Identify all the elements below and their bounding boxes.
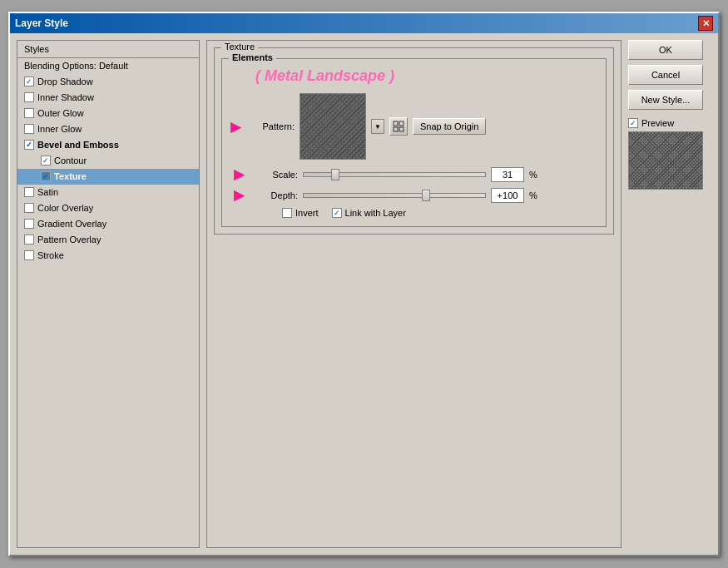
preview-label: Preview [641, 118, 674, 128]
bevel-emboss-label: Bevel and Emboss [37, 140, 119, 150]
texture-checkbox[interactable] [41, 171, 51, 181]
cancel-button[interactable]: Cancel [628, 65, 703, 85]
color-overlay-checkbox[interactable] [24, 203, 34, 213]
scale-value-input[interactable] [491, 167, 524, 182]
sidebar-item-satin[interactable]: Satin [17, 185, 199, 200]
scale-slider-track[interactable] [303, 172, 486, 177]
scale-row: ▶ Scale: % [230, 166, 597, 182]
sidebar-item-contour[interactable]: Contour [17, 153, 199, 169]
svg-rect-3 [399, 127, 404, 131]
scale-arrow-icon: ▶ [234, 166, 244, 182]
inner-glow-checkbox[interactable] [24, 124, 34, 134]
new-style-button[interactable]: New Style... [628, 90, 703, 110]
preview-checkbox[interactable] [628, 118, 638, 128]
texture-label: Texture [54, 171, 87, 181]
scale-percent: % [529, 170, 537, 180]
depth-label: Depth: [252, 190, 298, 200]
link-with-layer-option: Link with Layer [332, 208, 406, 218]
contour-checkbox[interactable] [41, 156, 51, 165]
sidebar-item-gradient-overlay[interactable]: Gradient Overlay [17, 216, 199, 232]
sidebar-item-blending-options[interactable]: Blending Options: Default [17, 58, 199, 74]
depth-slider-track[interactable] [303, 193, 486, 198]
right-panel: OK Cancel New Style... Preview [628, 40, 711, 548]
blending-label: Blending Options: Default [24, 61, 128, 71]
drop-shadow-checkbox[interactable] [24, 77, 34, 86]
inner-shadow-label: Inner Shadow [37, 92, 94, 102]
layer-style-dialog: Layer Style ✕ Styles Blending Options: D… [8, 12, 720, 556]
close-button[interactable]: ✕ [698, 16, 713, 31]
satin-checkbox[interactable] [24, 187, 34, 197]
preview-box [628, 131, 703, 190]
texture-group: Texture Elements ( Metal Landscape ) ▶ P… [214, 47, 614, 235]
pattern-create-button[interactable] [389, 117, 408, 136]
svg-rect-1 [399, 121, 404, 126]
preview-section: Preview [628, 118, 711, 190]
stroke-checkbox[interactable] [24, 250, 34, 260]
pattern-thumbnail[interactable] [300, 93, 366, 160]
sidebar-item-texture[interactable]: Texture [17, 169, 199, 185]
metal-texture-image [300, 94, 365, 159]
preview-label-row: Preview [628, 118, 711, 128]
depth-value-input[interactable] [491, 188, 524, 203]
invert-label: Invert [295, 208, 319, 218]
inner-glow-label: Inner Glow [37, 124, 82, 134]
depth-percent: % [529, 190, 537, 200]
contour-label: Contour [54, 156, 87, 165]
gradient-overlay-label: Gradient Overlay [37, 219, 106, 229]
sidebar-item-inner-glow[interactable]: Inner Glow [17, 121, 199, 137]
svg-rect-2 [394, 127, 398, 131]
preview-texture [629, 132, 702, 189]
snap-to-origin-button[interactable]: Snap to Origin [413, 118, 486, 135]
sidebar-item-outer-glow[interactable]: Outer Glow [17, 106, 199, 121]
left-panel: Styles Blending Options: Default Drop Sh… [17, 40, 200, 548]
pattern-row: ▶ Pattern: ▼ [230, 93, 597, 160]
scale-slider-thumb[interactable] [331, 169, 339, 180]
sidebar-item-inner-shadow[interactable]: Inner Shadow [17, 90, 199, 106]
elements-group-title: Elements [229, 52, 276, 62]
pattern-label: Pattern: [249, 121, 295, 131]
pattern-overlay-label: Pattern Overlay [37, 235, 101, 244]
dialog-title: Layer Style [15, 17, 68, 29]
svg-rect-0 [394, 121, 398, 126]
scale-label: Scale: [252, 170, 298, 180]
pattern-name-row: ( Metal Landscape ) [230, 67, 597, 85]
outer-glow-label: Outer Glow [37, 108, 84, 118]
main-panel: Texture Elements ( Metal Landscape ) ▶ P… [206, 40, 622, 548]
depth-arrow-icon: ▶ [234, 187, 244, 203]
invert-option: Invert [282, 208, 319, 218]
satin-label: Satin [37, 187, 58, 197]
gradient-overlay-checkbox[interactable] [24, 219, 34, 229]
styles-header: Styles [17, 41, 199, 58]
pattern-overlay-checkbox[interactable] [24, 235, 34, 244]
texture-group-title: Texture [221, 42, 258, 52]
depth-slider-thumb[interactable] [422, 190, 430, 201]
pattern-dropdown-button[interactable]: ▼ [371, 119, 384, 134]
inner-shadow-checkbox[interactable] [24, 92, 34, 102]
depth-row: ▶ Depth: % [230, 187, 597, 203]
color-overlay-label: Color Overlay [37, 203, 93, 213]
link-with-layer-checkbox[interactable] [332, 208, 342, 218]
sidebar-item-pattern-overlay[interactable]: Pattern Overlay [17, 232, 199, 248]
options-row: Invert Link with Layer [230, 208, 597, 218]
sidebar-item-drop-shadow[interactable]: Drop Shadow [17, 74, 199, 90]
elements-group: Elements ( Metal Landscape ) ▶ Pattern: [221, 58, 607, 227]
create-pattern-icon [393, 121, 404, 132]
link-with-layer-label: Link with Layer [345, 208, 406, 218]
bevel-emboss-checkbox[interactable] [24, 140, 34, 150]
pattern-name: ( Metal Landscape ) [255, 67, 394, 85]
sidebar-item-bevel-emboss[interactable]: Bevel and Emboss [17, 137, 199, 153]
pattern-arrow-icon: ▶ [230, 119, 240, 135]
sidebar-item-color-overlay[interactable]: Color Overlay [17, 200, 199, 216]
dialog-body: Styles Blending Options: Default Drop Sh… [10, 33, 718, 555]
ok-button[interactable]: OK [628, 40, 703, 60]
title-bar: Layer Style ✕ [10, 13, 718, 33]
drop-shadow-label: Drop Shadow [37, 77, 93, 86]
outer-glow-checkbox[interactable] [24, 108, 34, 118]
sidebar-item-stroke[interactable]: Stroke [17, 248, 199, 264]
invert-checkbox[interactable] [282, 208, 292, 218]
stroke-label: Stroke [37, 250, 64, 260]
